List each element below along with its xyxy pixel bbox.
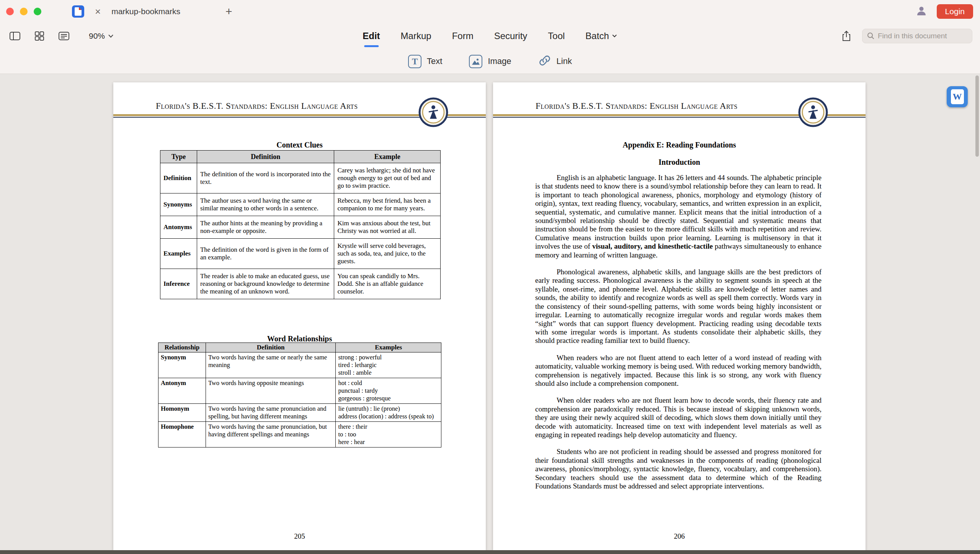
table-row: AntonymTwo words having opposite meaning… (158, 378, 441, 404)
column-header: Examples (336, 343, 441, 352)
table-row: InferenceThe reader is able to make an e… (160, 269, 441, 299)
table-cell: Rebecca, my best friend, has been a comp… (334, 193, 441, 216)
table-cell: Homophone (158, 422, 206, 447)
zoom-level: 90% (89, 31, 105, 41)
text-tool-label: Text (427, 56, 442, 66)
minimize-window-button[interactable] (20, 8, 28, 15)
word-icon: W (951, 89, 964, 104)
table-row: DefinitionThe definition of the word is … (160, 163, 441, 193)
reader-view-icon[interactable] (57, 30, 70, 43)
menu-markup[interactable]: Markup (401, 23, 431, 49)
grid-view-icon[interactable] (33, 30, 46, 43)
traffic-lights (6, 8, 41, 15)
main-toolbar: 90% Edit Markup Form Security Tool (0, 23, 980, 49)
table-cell: Two words having the same or nearly the … (206, 352, 335, 378)
column-header: Type (160, 151, 197, 163)
column-header: Definition (197, 151, 334, 163)
table-row: AntonymsThe author hints at the meaning … (160, 216, 441, 239)
menu-tool-label: Tool (548, 31, 565, 41)
table-cell: The reader is able to make an educated g… (197, 269, 334, 299)
chevron-down-icon (108, 34, 114, 38)
menu-bar: Edit Markup Form Security Tool Batch (363, 23, 617, 49)
word-relationships-title: Word Relationships (113, 334, 486, 343)
word-relationships-table: RelationshipDefinitionExamples SynonymTw… (158, 343, 441, 447)
table-cell: The definition of the word is given in t… (197, 239, 334, 269)
new-tab-button[interactable]: + (225, 6, 232, 17)
paragraph: When readers who are not fluent attend t… (535, 354, 822, 388)
word-converter-widget[interactable]: W (947, 86, 968, 107)
table-cell: Two words having the same pronunciation,… (206, 422, 335, 447)
table-cell: strong : powerfultired : lethargicstroll… (336, 352, 441, 378)
paragraphs: English is an alphabetic language. It ha… (535, 174, 822, 499)
sidebar-toggle-icon[interactable] (8, 30, 21, 43)
image-tool-label: Image (488, 56, 511, 66)
pdf-page-206[interactable]: Florida's B.E.S.T. Standards: English La… (493, 82, 866, 550)
table-row: HomonymTwo words having the same pronunc… (158, 404, 441, 422)
paragraph: English is an alphabetic language. It ha… (535, 174, 822, 259)
user-avatar-icon[interactable] (916, 5, 927, 18)
zoom-window-button[interactable] (34, 8, 41, 15)
text-icon: T (408, 55, 421, 68)
table-cell: Carey was lethargic; she did not have en… (334, 163, 441, 193)
column-header: Example (334, 151, 441, 163)
login-button[interactable]: Login (937, 4, 973, 19)
tab-title[interactable]: markup-bookmarks (111, 7, 180, 16)
paragraph: Students who are not proficient in readi… (535, 447, 822, 490)
document-canvas[interactable]: Florida's B.E.S.T. Standards: English La… (0, 74, 980, 550)
menu-markup-label: Markup (401, 31, 431, 41)
paragraph: When older readers who are not fluent le… (535, 396, 822, 439)
vertical-scrollbar[interactable] (975, 75, 979, 157)
table-cell: Synonyms (160, 193, 197, 216)
link-tool-label: Link (557, 56, 572, 66)
app-logo-icon (72, 5, 84, 18)
table-cell: Synonym (158, 352, 206, 378)
edit-tools-toolbar: T Text Image Link (0, 49, 980, 74)
table-cell: Inference (160, 269, 197, 299)
menu-batch[interactable]: Batch (585, 23, 617, 49)
window-bottom-edge (0, 550, 980, 554)
image-tool-button[interactable]: Image (469, 55, 511, 68)
running-header: Florida's B.E.S.T. Standards: English La… (156, 101, 358, 111)
page-number: 205 (113, 532, 486, 541)
titlebar: × markup-bookmarks + Login (0, 0, 980, 23)
table-cell: Krystle will serve cold beverages, such … (334, 239, 441, 269)
context-clues-title: Context Clues (113, 141, 486, 149)
table-cell: The author uses a word having the same o… (197, 193, 334, 216)
search-input[interactable] (878, 32, 962, 40)
tab-close-icon[interactable]: × (95, 7, 101, 16)
search-icon (867, 32, 874, 39)
column-header: Definition (206, 343, 335, 352)
table-cell: lie (untruth) : lie (prone)address (loca… (336, 404, 441, 422)
menu-form[interactable]: Form (452, 23, 474, 49)
table-cell: Homonym (158, 404, 206, 422)
zoom-control[interactable]: 90% (89, 31, 114, 41)
table-cell: Antonyms (160, 216, 197, 239)
image-icon (469, 55, 482, 68)
table-cell: You can speak candidly to Mrs. Dodd. She… (334, 269, 441, 299)
column-header: Relationship (158, 343, 206, 352)
text-tool-button[interactable]: T Text (408, 55, 442, 68)
menu-security[interactable]: Security (494, 23, 528, 49)
table-header-row: TypeDefinitionExample (160, 151, 441, 163)
active-menu-underline (364, 45, 379, 47)
appendix-title: Appendix E: Reading Foundations (493, 141, 866, 149)
pdf-page-205[interactable]: Florida's B.E.S.T. Standards: English La… (113, 82, 486, 550)
department-seal-icon (418, 97, 448, 127)
table-row: SynonymsThe author uses a word having th… (160, 193, 441, 216)
search-box (862, 29, 972, 43)
menu-edit[interactable]: Edit (363, 23, 380, 49)
share-icon[interactable] (840, 30, 853, 43)
paragraph: Phonological awareness, alphabetic skill… (535, 268, 822, 345)
table-cell: Kim was anxious about the test, but Chri… (334, 216, 441, 239)
table-row: SynonymTwo words having the same or near… (158, 352, 441, 378)
menu-form-label: Form (452, 31, 474, 41)
table-cell: hot : coldpunctual : tardygorgeous : gro… (336, 378, 441, 404)
menu-tool[interactable]: Tool (548, 23, 565, 49)
app-window: × markup-bookmarks + Login (0, 0, 980, 554)
close-window-button[interactable] (6, 8, 14, 15)
link-tool-button[interactable]: Link (538, 54, 572, 69)
table-cell: Two words having the same pronunciation … (206, 404, 335, 422)
page-number: 206 (493, 532, 866, 541)
menu-batch-label: Batch (585, 31, 609, 41)
table-cell: Examples (160, 239, 197, 269)
